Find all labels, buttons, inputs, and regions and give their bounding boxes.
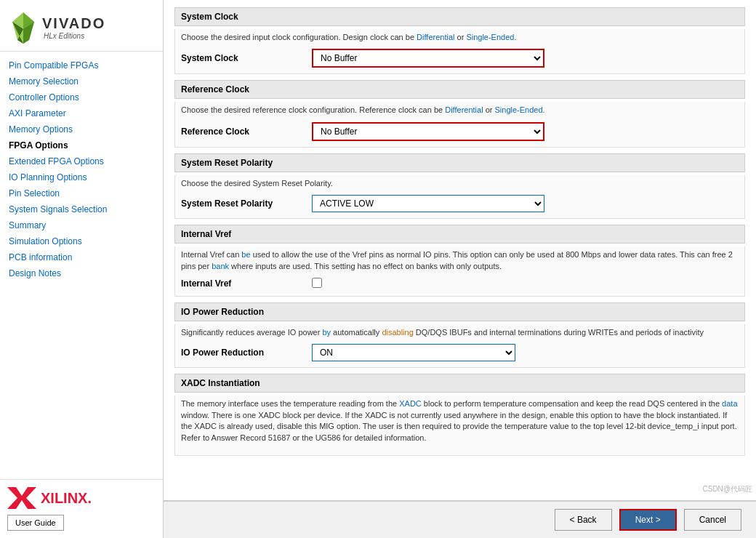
xadc-section: XADC Instantiation The memory interface … <box>174 374 745 456</box>
reference-clock-body: Choose the desired reference clock confi… <box>174 102 745 147</box>
vivado-leaf-icon <box>11 11 36 44</box>
xadc-description: The memory interface uses the temperatur… <box>181 398 739 443</box>
system-clock-header: System Clock <box>174 7 745 26</box>
user-guide-button[interactable]: User Guide <box>7 515 64 531</box>
next-button[interactable]: Next > <box>619 509 677 531</box>
internal-vref-body: Internal Vref can be used to allow the u… <box>174 246 745 297</box>
io-power-label: IO Power Reduction <box>181 348 312 358</box>
system-clock-body: Choose the desired input clock configura… <box>174 29 745 74</box>
footer: < Back Next > Cancel <box>164 500 756 538</box>
internal-vref-label: Internal Vref <box>181 278 312 289</box>
sidebar-nav-item: FPGA Options <box>0 137 163 153</box>
system-clock-row: System Clock No Buffer Single-ended Diff… <box>181 49 739 68</box>
sidebar-nav-item[interactable]: Summary <box>0 217 163 233</box>
navigation-list: Pin Compatible FPGAsMemory SelectionCont… <box>0 52 163 479</box>
sidebar-nav-item[interactable]: Memory Options <box>0 121 163 137</box>
internal-vref-control <box>312 278 739 290</box>
internal-vref-section: Internal Vref Internal Vref can be used … <box>174 225 745 297</box>
system-reset-dropdown[interactable]: ACTIVE LOW ACTIVE HIGH <box>312 195 544 212</box>
ref-single-link: Single-Ended <box>495 105 543 114</box>
sidebar-nav-item[interactable]: System Signals Selection <box>0 201 163 217</box>
sidebar-nav-item[interactable]: PCB information <box>0 249 163 265</box>
reference-clock-dropdown[interactable]: No Buffer Single-ended Differential <box>312 122 544 141</box>
data-link: data <box>722 399 737 408</box>
disabling-text: disabling <box>382 328 413 337</box>
system-reset-description: Choose the desired System Reset Polarity… <box>181 178 739 189</box>
io-power-dropdown[interactable]: ON OFF <box>312 344 515 361</box>
sidebar-nav-item[interactable]: Controller Options <box>0 89 163 105</box>
system-reset-header: System Reset Polarity <box>174 153 745 172</box>
vref-be-link: be <box>241 250 250 259</box>
sidebar-nav-item[interactable]: Extended FPGA Options <box>0 153 163 169</box>
cancel-button[interactable]: Cancel <box>684 509 741 531</box>
system-reset-row: System Reset Polarity ACTIVE LOW ACTIVE … <box>181 195 739 212</box>
internal-vref-description: Internal Vref can be used to allow the u… <box>181 249 739 272</box>
system-clock-description: Choose the desired input clock configura… <box>181 32 739 43</box>
ref-diff-link: Differential <box>445 105 483 114</box>
sidebar-nav-item[interactable]: Memory Selection <box>0 73 163 89</box>
xilinx-x-icon <box>7 487 36 509</box>
system-reset-section: System Reset Polarity Choose the desired… <box>174 153 745 219</box>
system-clock-dropdown[interactable]: No Buffer Single-ended Differential <box>312 49 544 68</box>
reference-clock-control: No Buffer Single-ended Differential <box>312 122 739 141</box>
footer-right: < Back Next > Cancel <box>555 509 741 531</box>
sidebar-nav-item[interactable]: AXI Parameter <box>0 105 163 121</box>
sidebar-nav-item[interactable]: Pin Selection <box>0 185 163 201</box>
internal-vref-header: Internal Vref <box>174 225 745 244</box>
sidebar-bottom: XILINX. User Guide <box>0 479 163 538</box>
back-button[interactable]: < Back <box>555 509 612 531</box>
watermark: CSDN@代码匠 <box>703 484 753 494</box>
xadc-body: The memory interface uses the temperatur… <box>174 396 745 456</box>
single-ended-link: Single-Ended <box>466 33 514 41</box>
internal-vref-row: Internal Vref <box>181 278 739 290</box>
reference-clock-section: Reference Clock Choose the desired refer… <box>174 80 745 147</box>
content-scroll: System Clock Choose the desired input cl… <box>164 0 756 500</box>
reference-clock-header: Reference Clock <box>174 80 745 99</box>
io-by-link: by <box>322 328 331 337</box>
hlx-subtitle: HLx Editions <box>44 32 105 40</box>
xilinx-text: XILINX. <box>41 490 92 507</box>
content-area: System Clock Choose the desired input cl… <box>164 0 756 538</box>
sidebar-nav-item[interactable]: Design Notes <box>0 265 163 281</box>
io-power-description: Significantly reduces average IO power b… <box>181 327 739 338</box>
sidebar-nav-item[interactable]: IO Planning Options <box>0 169 163 185</box>
system-clock-label: System Clock <box>181 53 312 63</box>
reference-clock-label: Reference Clock <box>181 127 312 137</box>
logo-area: VIVADO HLx Editions <box>0 0 163 52</box>
system-reset-body: Choose the desired System Reset Polarity… <box>174 175 745 219</box>
svg-marker-4 <box>7 487 36 509</box>
system-reset-control: ACTIVE LOW ACTIVE HIGH <box>312 195 739 212</box>
vivado-title: VIVADO <box>42 15 105 32</box>
sidebar: VIVADO HLx Editions Pin Compatible FPGAs… <box>0 0 164 538</box>
system-clock-section: System Clock Choose the desired input cl… <box>174 7 745 74</box>
xadc-header: XADC Instantiation <box>174 374 745 393</box>
io-power-header: IO Power Reduction <box>174 302 745 321</box>
reference-clock-description: Choose the desired reference clock confi… <box>181 105 739 116</box>
xilinx-logo: XILINX. <box>7 487 156 509</box>
reference-clock-row: Reference Clock No Buffer Single-ended D… <box>181 122 739 141</box>
diff-link: Differential <box>417 33 454 41</box>
system-clock-control: No Buffer Single-ended Differential <box>312 49 739 68</box>
io-power-control: ON OFF <box>312 344 739 361</box>
sidebar-nav-item[interactable]: Simulation Options <box>0 233 163 249</box>
sidebar-nav-item[interactable]: Pin Compatible FPGAs <box>0 57 163 73</box>
io-power-section: IO Power Reduction Significantly reduces… <box>174 302 745 368</box>
io-power-row: IO Power Reduction ON OFF <box>181 344 739 361</box>
system-reset-label: System Reset Polarity <box>181 198 312 209</box>
internal-vref-checkbox[interactable] <box>312 278 322 288</box>
vref-bank-link: bank <box>212 262 229 270</box>
io-power-body: Significantly reduces average IO power b… <box>174 324 745 368</box>
xadc-link: XADC <box>399 399 422 408</box>
